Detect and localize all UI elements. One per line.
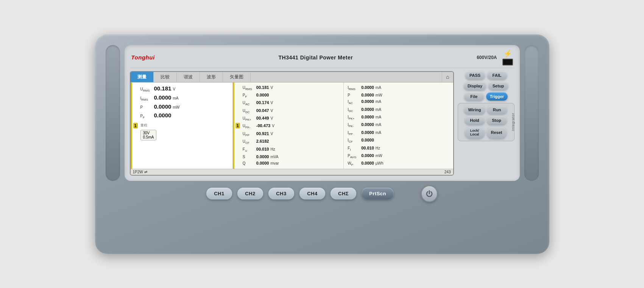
- d-label-s: S: [243, 154, 255, 159]
- det-s: S 0.0000 mVA: [243, 154, 341, 159]
- d2-label-irms: IRMS: [348, 85, 360, 91]
- d-label-pf: PF: [243, 93, 255, 99]
- status-bar: 1P2W ⇌ 243: [131, 169, 453, 175]
- ch2-detail-inner: IRMS 0.0000 mA P 0.0000 mW: [348, 84, 451, 167]
- chsigma-button[interactable]: CHΣ: [331, 188, 356, 199]
- reset-button[interactable]: Reset: [487, 127, 507, 139]
- d2-val-p: 0.0000: [361, 92, 374, 98]
- d-label-uac: UAC: [243, 100, 255, 106]
- wiring-button[interactable]: Wiring: [464, 106, 485, 114]
- det2-fi: FI 00.010 Hz: [348, 145, 451, 152]
- d-label-urms: URMS: [243, 85, 255, 91]
- file-trigger-row: File Trigger: [458, 92, 515, 101]
- d2-label-fi: FI: [348, 146, 360, 152]
- meas-urms-main: URMS 00.181 V: [140, 85, 230, 93]
- d2-val-fi: 00.010: [361, 145, 374, 151]
- d-unit-upk+: V: [270, 116, 273, 121]
- integrator-group: Wiring Run Hold Stop Lock/Local Reset: [458, 103, 515, 142]
- tab-home[interactable]: ⌂: [442, 72, 453, 82]
- fail-button[interactable]: FAIL: [487, 71, 507, 79]
- d-unit-urms: V: [270, 85, 273, 90]
- usb-icon: ⚡: [504, 50, 512, 58]
- d2-unit-ipk-: mA: [376, 122, 381, 127]
- det-fu: FU 00.010 Hz: [243, 146, 341, 153]
- d2-unit-fi: Hz: [376, 146, 380, 151]
- d-unit-uac: V: [270, 100, 273, 105]
- d-val-fu: 00.010: [256, 146, 269, 152]
- det2-idc: IDC 0.0000 mA: [348, 107, 451, 113]
- power-icon: [426, 190, 433, 198]
- setup-button[interactable]: Setup: [488, 82, 508, 90]
- d2-val-idc: 0.0000: [361, 107, 374, 112]
- d2-unit-ipk+: mA: [376, 115, 381, 120]
- d-label-upk+: UPK+: [243, 116, 255, 122]
- screen-area: 测量 比较 谐波 波形 矢量图 ⌂ 1: [130, 71, 454, 176]
- det-upk-: UPK- -00.473 V: [243, 123, 341, 129]
- det2-wp: WP 0.0000 μWh: [348, 160, 451, 167]
- d2-label-iac: IAC: [348, 99, 360, 105]
- label-p: P: [140, 105, 153, 110]
- controls-panel: PASS FAIL Display Setup File Trigger: [458, 71, 515, 176]
- d-val-s: 0.0000: [256, 154, 269, 159]
- tab-harmonic[interactable]: 谐波: [177, 72, 200, 82]
- device-body-row: 测量 比较 谐波 波形 矢量图 ⌂ 1: [130, 71, 515, 176]
- d-label-q: Q: [243, 161, 255, 166]
- d2-label-ipk-: IPK-: [348, 122, 360, 128]
- channel1-main-col: 1 URMS 00.181 V IRMS: [131, 83, 233, 169]
- display-button[interactable]: Display: [464, 82, 486, 90]
- ch2-button[interactable]: CH2: [237, 188, 263, 199]
- label-pf: PF: [140, 114, 153, 120]
- d-val-upk+: 00.449: [256, 115, 269, 121]
- d-unit-q: mvar: [270, 161, 279, 166]
- stop-button[interactable]: Stop: [487, 116, 507, 125]
- pass-button[interactable]: PASS: [465, 71, 485, 79]
- range-v: 30V: [143, 131, 154, 135]
- meas-irms-main: IRMS 0.0000 mA: [140, 94, 230, 102]
- ch1-detail-inner: URMS 00.181 V PF 0.0000 UAC: [243, 84, 341, 166]
- det2-ipk+: IPK+ 0.0000 mA: [348, 114, 451, 121]
- wiring-run-row: Wiring Run: [460, 106, 511, 114]
- d2-val-pavg: 0.0000: [361, 153, 374, 158]
- ch1-number: 1: [133, 123, 138, 128]
- d-val-upp: 00.921: [256, 131, 269, 136]
- d2-label-p: P: [348, 93, 360, 98]
- power-button[interactable]: [421, 185, 438, 202]
- tab-waveform[interactable]: 波形: [200, 72, 223, 82]
- range-label: 量程: [140, 123, 230, 128]
- det2-ipp: IPP 0.0000 mA: [348, 130, 451, 136]
- ch4-button[interactable]: CH4: [299, 188, 325, 199]
- ch1-main-inner: URMS 00.181 V IRMS 0.0000 mA: [140, 84, 230, 141]
- screen-content: 1 URMS 00.181 V IRMS: [131, 83, 453, 169]
- ch1-button[interactable]: CH1: [206, 188, 232, 199]
- file-button[interactable]: File: [464, 92, 484, 101]
- label-irms: IRMS: [140, 96, 153, 102]
- det2-ipk-: IPK- 0.0000 mA: [348, 122, 451, 128]
- prtscn-button[interactable]: PrtScn: [362, 188, 394, 199]
- run-button[interactable]: Run: [487, 106, 507, 114]
- d2-val-ipp: 0.0000: [361, 130, 374, 135]
- tab-compare[interactable]: 比较: [154, 72, 177, 82]
- trigger-button[interactable]: Trigger: [486, 92, 508, 101]
- d-val-pf: 0.0000: [256, 92, 269, 98]
- hold-button[interactable]: Hold: [465, 116, 485, 125]
- lock-button[interactable]: Lock/Local: [465, 127, 485, 139]
- range-area: 量程 30V 0.5mA: [140, 123, 230, 140]
- device-top: Tonghui TH3441 Digital Power Meter 600V/…: [106, 45, 539, 181]
- range-box: 30V 0.5mA: [140, 130, 157, 140]
- val-p: 0.0000: [154, 103, 172, 111]
- device-center: Tonghui TH3441 Digital Power Meter 600V/…: [125, 45, 520, 181]
- d-unit-fu: Hz: [270, 147, 275, 152]
- d-unit-upk-: V: [272, 123, 274, 128]
- d2-label-pavg: PAVG: [348, 153, 360, 159]
- right-handle: [524, 45, 539, 181]
- lock-reset-row: Lock/Local Reset: [460, 127, 511, 139]
- range-i: 0.5mA: [143, 135, 154, 139]
- d2-val-iac: 0.0000: [361, 99, 374, 104]
- val-pf: 0.0000: [154, 112, 172, 119]
- ch3-button[interactable]: CH3: [268, 188, 294, 199]
- tab-measure[interactable]: 测量: [131, 72, 154, 82]
- d2-label-ipp: IPP: [348, 130, 360, 136]
- det-upk+: UPK+ 00.449 V: [243, 115, 341, 122]
- d2-label-icf: ICF: [348, 138, 360, 144]
- tab-vector[interactable]: 矢量图: [223, 72, 251, 82]
